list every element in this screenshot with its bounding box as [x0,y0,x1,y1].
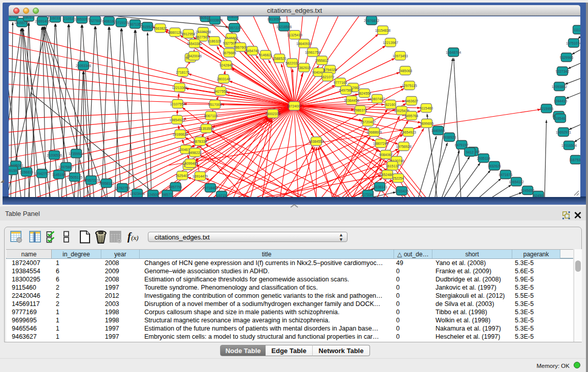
svg-text:6794028: 6794028 [323,68,337,72]
svg-text:9115460: 9115460 [420,106,433,110]
svg-text:7832621: 7832621 [488,164,502,168]
svg-text:7357224: 7357224 [228,26,242,30]
svg-text:18724007: 18724007 [287,104,302,108]
svg-text:10688609: 10688609 [366,130,382,134]
svg-text:8878334: 8878334 [193,140,207,143]
svg-text:39159: 39159 [9,169,17,172]
svg-text:17016504: 17016504 [561,144,577,147]
svg-text:124506: 124506 [147,193,159,196]
svg-text:16154838: 16154838 [375,29,390,32]
svg-text:8471676: 8471676 [499,173,513,177]
svg-text:2803144: 2803144 [217,77,231,81]
svg-text:1527602: 1527602 [89,19,102,23]
svg-text:19718485: 19718485 [203,186,218,190]
svg-text:5822037: 5822037 [286,61,299,65]
svg-text:19166829: 19166829 [172,133,188,136]
svg-text:12213967: 12213967 [383,41,398,45]
svg-text:9412: 9412 [466,150,473,154]
svg-text:9517004: 9517004 [208,103,222,106]
svg-text:6497568: 6497568 [339,89,353,92]
svg-text:20876812: 20876812 [364,19,379,23]
svg-text:23002375: 23002375 [265,112,280,116]
svg-text:1733426: 1733426 [395,189,409,193]
svg-text:9245652: 9245652 [521,189,535,192]
svg-text:16914479: 16914479 [192,174,208,178]
svg-text:12942757: 12942757 [34,172,50,176]
svg-text:3675685: 3675685 [223,51,236,55]
svg-text:17957223: 17957223 [83,179,99,182]
svg-text:16782759: 16782759 [115,186,130,190]
svg-text:15751074: 15751074 [566,41,580,45]
svg-text:1145194: 1145194 [52,173,66,177]
svg-text:8427552: 8427552 [214,90,228,93]
svg-text:19715: 19715 [217,194,227,197]
svg-text:11923448: 11923448 [129,192,145,195]
svg-text:19692971: 19692971 [556,130,571,134]
svg-text:10973493: 10973493 [393,54,408,58]
svg-text:19756928: 19756928 [396,145,411,148]
svg-text:19218586: 19218586 [276,25,292,29]
svg-text:18807249: 18807249 [373,142,388,145]
svg-text:10853: 10853 [228,16,238,18]
svg-text:2718176: 2718176 [176,71,190,74]
svg-text:10107554: 10107554 [170,102,185,106]
svg-text:92450: 92450 [534,194,543,197]
svg-text:11325419: 11325419 [287,33,302,37]
svg-text:9857791: 9857791 [169,185,183,189]
svg-text:2935114: 2935114 [477,157,490,160]
svg-text:14099489: 14099489 [183,162,198,165]
svg-text:17359924: 17359924 [69,152,84,156]
svg-text:16648784: 16648784 [446,51,461,54]
svg-text:8186328: 8186328 [208,39,222,43]
svg-text:12093862: 12093862 [552,85,567,89]
svg-text:1615132: 1615132 [386,164,400,168]
svg-text:9084067: 9084067 [379,153,393,157]
svg-text:20053346: 20053346 [76,64,91,68]
svg-text:9242848: 9242848 [220,63,233,67]
svg-text:10807487: 10807487 [369,97,385,101]
svg-text:16961758: 16961758 [305,51,320,54]
svg-text:7625402: 7625402 [176,174,189,178]
svg-text:20206536: 20206536 [47,154,62,157]
svg-text:1362615: 1362615 [297,66,311,70]
svg-text:8067110: 8067110 [204,114,217,118]
svg-text:8813054: 8813054 [268,17,281,21]
svg-text:9777169: 9777169 [334,81,347,84]
svg-text:8912954: 8912954 [182,32,195,36]
svg-text:1588520: 1588520 [273,57,287,60]
svg-text:9055: 9055 [9,16,16,18]
svg-text:1167533: 1167533 [569,158,580,162]
svg-text:98577: 98577 [163,193,172,196]
svg-text:8215955: 8215955 [540,107,554,111]
svg-text:20364456: 20364456 [344,99,359,102]
svg-text:1244415: 1244415 [554,99,568,103]
svg-text:20691406: 20691406 [35,19,50,23]
svg-text:19654923: 19654923 [401,130,416,134]
svg-text:11353594: 11353594 [199,127,214,130]
svg-text:9146821: 9146821 [259,53,273,57]
svg-text:9227342: 9227342 [556,70,570,73]
svg-text:12505135: 12505135 [67,176,82,179]
svg-text:1156819: 1156819 [20,170,33,174]
svg-text:18546: 18546 [556,117,565,120]
svg-text:9329966: 9329966 [560,56,574,59]
svg-text:16033809: 16033809 [207,18,223,22]
svg-text:2867608: 2867608 [234,46,248,49]
svg-text:17334: 17334 [363,193,373,196]
svg-text:9463627: 9463627 [405,99,419,103]
svg-text:7485063: 7485063 [399,69,412,73]
svg-text:1440954: 1440954 [431,129,445,133]
svg-text:1621072: 1621072 [321,75,335,79]
svg-text:7955812: 7955812 [315,59,329,62]
svg-text:10719155: 10719155 [114,21,129,25]
svg-text:15720407: 15720407 [360,120,376,124]
svg-text:62160: 62160 [386,103,396,106]
svg-text:12213369: 12213369 [172,86,187,90]
svg-text:23420046: 23420046 [186,54,202,58]
svg-text:9327508: 9327508 [223,41,237,45]
svg-text:8454749: 8454749 [246,49,259,53]
svg-text:9827500: 9827500 [195,35,209,39]
svg-text:14136141: 14136141 [372,185,387,189]
svg-text:3824554: 3824554 [358,92,372,95]
svg-text:10654112: 10654112 [509,180,524,184]
